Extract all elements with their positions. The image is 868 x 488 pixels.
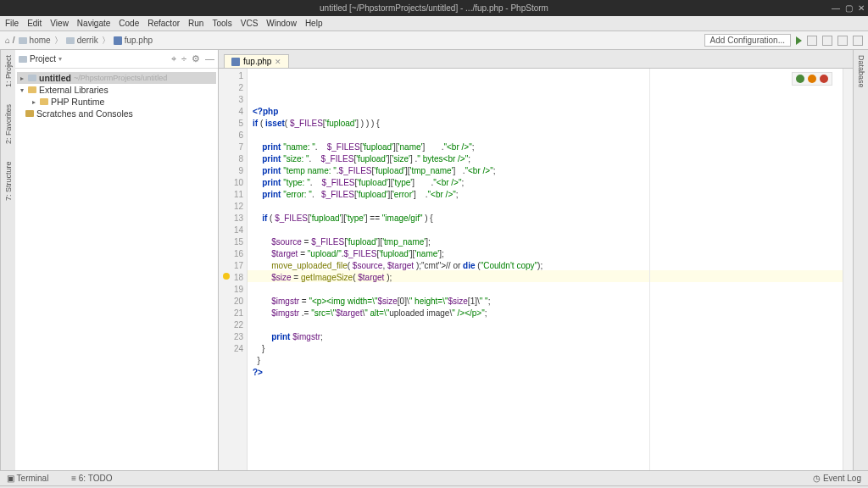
editor-tabbar: fup.php ✕ — [219, 50, 853, 69]
navigation-bar: ⌂ / home〉 derrik〉 fup.php Add Configurat… — [0, 31, 868, 50]
breadcrumb-file[interactable]: fup.php — [114, 36, 153, 45]
collapse-icon[interactable]: ÷ — [181, 53, 186, 64]
folder-icon — [19, 37, 27, 44]
inspection-ok-icon — [796, 75, 804, 83]
toolwindow-terminal[interactable]: ▣ Terminal — [7, 474, 58, 483]
editor-area: fup.php ✕ 123456789101112131415161718192… — [219, 50, 853, 470]
breadcrumb-user[interactable]: derrik — [66, 36, 98, 45]
toolwindow-favorites[interactable]: 2: Favorites — [4, 104, 13, 144]
menubar: File Edit View Navigate Code Refactor Ru… — [0, 16, 868, 31]
tree-node-php-runtime[interactable]: ▸ PHP Runtime — [17, 96, 216, 108]
folder-icon — [66, 37, 75, 44]
menu-view[interactable]: View — [50, 19, 69, 28]
code-editor[interactable]: 123456789101112131415161718192021222324 … — [219, 69, 853, 470]
menu-help[interactable]: Help — [305, 19, 323, 28]
project-panel-title[interactable]: Project — [30, 54, 56, 64]
search-icon[interactable] — [853, 36, 863, 46]
php-file-icon — [114, 36, 122, 45]
library-icon — [28, 86, 36, 93]
intention-bulb-icon[interactable] — [223, 273, 230, 280]
project-sidebar-header: Project ▾ ⌖ ÷ ⚙ — — [15, 50, 218, 69]
folder-icon — [28, 75, 36, 81]
add-configuration-button[interactable]: Add Configuration... — [704, 34, 791, 47]
menu-refactor[interactable]: Refactor — [147, 19, 180, 28]
menu-file[interactable]: File — [5, 19, 19, 28]
chevron-right-icon[interactable]: ▸ — [31, 98, 37, 106]
menu-edit[interactable]: Edit — [27, 19, 42, 28]
run-icon[interactable] — [796, 36, 802, 45]
stop-icon[interactable] — [837, 36, 848, 46]
menu-run[interactable]: Run — [188, 19, 203, 28]
toolwindow-structure[interactable]: 7: Structure — [4, 161, 13, 201]
tree-node-external-libs[interactable]: ▾ External Libraries — [17, 84, 216, 96]
project-tree: ▸ untitled ~/PhpstormProjects/untitled ▾… — [15, 69, 218, 123]
breadcrumb-root[interactable]: ⌂ / — [5, 36, 15, 45]
scratch-icon — [25, 110, 34, 117]
chevron-down-icon[interactable]: ▾ — [19, 86, 25, 94]
menu-tools[interactable]: Tools — [212, 19, 231, 28]
inspection-warn-icon — [808, 75, 816, 83]
editor-scrollbar[interactable] — [843, 69, 853, 470]
tree-node-scratches[interactable]: Scratches and Consoles — [17, 108, 216, 119]
toolwindow-todo[interactable]: ≡ 6: TODO — [71, 474, 122, 483]
window-minimize[interactable]: — — [832, 3, 840, 13]
project-sidebar: Project ▾ ⌖ ÷ ⚙ — ▸ untitled ~/PhpstormP… — [15, 50, 219, 470]
bottom-tool-stripe: ▣ Terminal ≡ 6: TODO ◷ Event Log — [0, 470, 868, 485]
project-icon — [19, 56, 27, 63]
right-tool-stripe: Database — [853, 50, 868, 470]
debug-icon[interactable] — [807, 36, 817, 46]
menu-window[interactable]: Window — [266, 19, 297, 28]
menu-code[interactable]: Code — [119, 19, 139, 28]
chevron-down-icon[interactable]: ▾ — [58, 55, 62, 63]
os-titlebar: untitled [~/PhpstormProjects/untitled] -… — [0, 0, 868, 16]
settings-icon[interactable]: ⚙ — [192, 53, 200, 64]
inspection-error-icon — [820, 75, 828, 83]
locate-icon[interactable]: ⌖ — [171, 53, 176, 64]
chevron-right-icon[interactable]: ▸ — [19, 75, 25, 82]
window-close[interactable]: ✕ — [858, 3, 865, 13]
left-tool-stripe: 7: Structure 2: Favorites 1: Project — [0, 50, 15, 470]
toolwindow-project[interactable]: 1: Project — [4, 55, 13, 87]
window-maximize[interactable]: ▢ — [845, 3, 853, 13]
menu-navigate[interactable]: Navigate — [77, 19, 110, 28]
php-file-icon — [231, 58, 240, 66]
toolwindow-database[interactable]: Database — [857, 55, 865, 88]
window-title: untitled [~/PhpstormProjects/untitled] -… — [320, 3, 548, 13]
close-tab-icon[interactable]: ✕ — [275, 58, 281, 66]
breadcrumb-home[interactable]: home — [19, 36, 51, 45]
coverage-icon[interactable] — [822, 36, 832, 46]
inspection-widget[interactable] — [792, 72, 832, 86]
line-number-gutter: 123456789101112131415161718192021222324 — [219, 69, 248, 470]
code-content[interactable]: <?php if ( isset( $_FILES['fupload'] ) )… — [248, 69, 843, 470]
toolwindow-eventlog[interactable]: ◷ Event Log — [813, 474, 861, 483]
main-area: 7: Structure 2: Favorites 1: Project Pro… — [0, 50, 868, 470]
tab-fup-php[interactable]: fup.php ✕ — [224, 54, 289, 68]
library-icon — [40, 98, 48, 105]
hide-icon[interactable]: — — [205, 53, 214, 64]
menu-vcs[interactable]: VCS — [241, 19, 259, 28]
tree-node-root[interactable]: ▸ untitled ~/PhpstormProjects/untitled — [17, 72, 216, 84]
